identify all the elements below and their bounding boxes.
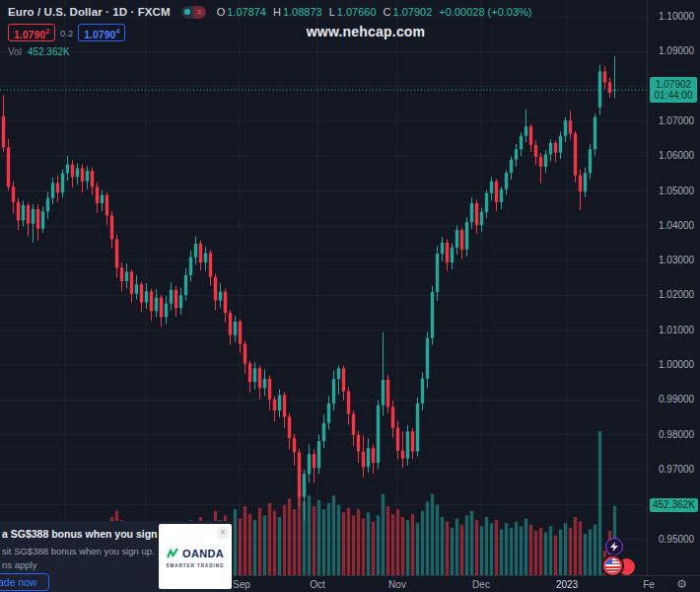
- volume-bar: [431, 494, 434, 575]
- volume-bar: [372, 522, 375, 575]
- ad-brand-card[interactable]: × OANDA SMARTER TRADING: [159, 524, 232, 589]
- candle-body: [386, 380, 389, 407]
- volume-bar: [273, 511, 276, 575]
- volume-bar: [534, 531, 537, 575]
- symbol-title[interactable]: Euro / U.S. Dollar · 1D · FXCM: [8, 6, 171, 18]
- volume-bar: [451, 528, 454, 575]
- candle-body: [115, 239, 118, 267]
- volume-bar: [589, 529, 592, 575]
- ad-headline: a SG$388 bonus when you sign up.: [2, 528, 175, 540]
- candle-body: [209, 253, 212, 276]
- candle-body: [495, 182, 498, 202]
- candle-body: [278, 396, 281, 411]
- candle-body: [347, 392, 350, 414]
- close-icon[interactable]: ×: [217, 527, 229, 539]
- candle-body: [17, 202, 20, 221]
- candle-body: [411, 431, 414, 452]
- candle-body: [460, 230, 463, 250]
- volume-bar: [475, 520, 478, 575]
- candle-body: [391, 407, 394, 428]
- volume-bar: [594, 525, 596, 575]
- volume-bar: [455, 519, 458, 576]
- price-axis-label: 0.99000: [659, 394, 694, 405]
- volume-bar: [253, 520, 256, 575]
- candle-body: [56, 183, 59, 192]
- volume-bar: [278, 517, 281, 575]
- volume-bar: [342, 512, 345, 575]
- volume-bar: [396, 509, 399, 575]
- gear-icon[interactable]: ⚙: [676, 577, 687, 591]
- volume-bar: [268, 503, 271, 575]
- candle-body: [239, 322, 242, 344]
- price-axis-label: 1.05000: [659, 185, 694, 196]
- volume-bar: [332, 495, 335, 575]
- candle-body: [589, 149, 592, 173]
- candle-body: [41, 211, 44, 228]
- price-axis-label: 1.09000: [659, 45, 694, 56]
- volume-bar: [559, 529, 562, 575]
- candle-body: [426, 338, 429, 379]
- volume-bar: [263, 515, 266, 575]
- candle-body: [298, 452, 301, 496]
- candle-body: [86, 171, 89, 182]
- candle-body: [293, 438, 296, 453]
- candle-body: [160, 298, 163, 318]
- candle-body: [130, 272, 133, 294]
- candle-body: [12, 186, 15, 202]
- price-axis-label: 1.00000: [659, 359, 694, 370]
- candle-body: [165, 304, 168, 318]
- buy-price-button[interactable]: 1.07904: [78, 24, 125, 42]
- chart-header: Euro / U.S. Dollar · 1D · FXCM ≡ O1.0787…: [8, 5, 532, 57]
- toggle-dot-icon: [181, 6, 193, 19]
- price-axis-label: 1.06000: [659, 150, 694, 161]
- us-flag-event-icon[interactable]: [603, 556, 622, 575]
- buy-sell-toggle[interactable]: ≡: [181, 6, 206, 19]
- candle-body: [263, 379, 266, 389]
- candle-body: [110, 215, 113, 239]
- candle-body: [382, 380, 385, 406]
- volume-bar: [465, 515, 468, 575]
- candle-body: [7, 147, 10, 186]
- candle-body: [515, 149, 518, 160]
- candle-body: [525, 126, 527, 136]
- ad-subtext: sit SG$388 bonus when you sign up.: [2, 546, 155, 556]
- candle-body: [105, 195, 108, 216]
- toggle-menu-icon: ≡: [193, 6, 206, 19]
- volume-bar: [293, 509, 296, 575]
- candle-body: [253, 368, 256, 382]
- trade-now-button[interactable]: ade now: [0, 573, 49, 591]
- candle-body: [71, 165, 74, 178]
- volume-bar: [258, 508, 261, 575]
- volume-bar: [313, 506, 315, 575]
- chart-canvas[interactable]: [0, 0, 647, 575]
- volume-bar: [554, 536, 557, 575]
- volume-bar: [382, 494, 385, 575]
- volume-bar: [564, 523, 567, 575]
- lightning-event-icon[interactable]: [605, 538, 623, 555]
- candle-body: [520, 136, 523, 149]
- close-value: 1.07902: [393, 6, 433, 18]
- candle-body: [559, 136, 562, 153]
- volume-bar: [377, 515, 380, 575]
- candle-body: [317, 441, 320, 468]
- candle-body: [229, 313, 232, 335]
- change-value: +0.00028 (+0.03%): [439, 6, 531, 18]
- candle-body: [36, 209, 39, 229]
- volume-bar: [411, 514, 414, 575]
- last-price-badge: 1.07902 01:44:00: [650, 77, 697, 103]
- candle-body: [248, 363, 251, 382]
- time-axis-label: Dec: [472, 579, 490, 590]
- sell-price-button[interactable]: 1.07902: [8, 24, 55, 42]
- candle-body: [342, 368, 345, 391]
- time-axis-label: Nov: [388, 579, 406, 590]
- price-axis-label: 1.03000: [659, 255, 694, 265]
- volume-bar: [569, 528, 572, 575]
- spread-value: 0.2: [60, 28, 73, 38]
- candle-body: [308, 454, 311, 474]
- candle-body: [268, 379, 271, 400]
- candle-body: [401, 451, 404, 459]
- candle-body: [539, 157, 542, 167]
- candle-body: [529, 126, 532, 145]
- ad-toast: a SG$388 bonus when you sign up. sit SG$…: [0, 521, 234, 592]
- low-value: 1.07660: [337, 6, 377, 18]
